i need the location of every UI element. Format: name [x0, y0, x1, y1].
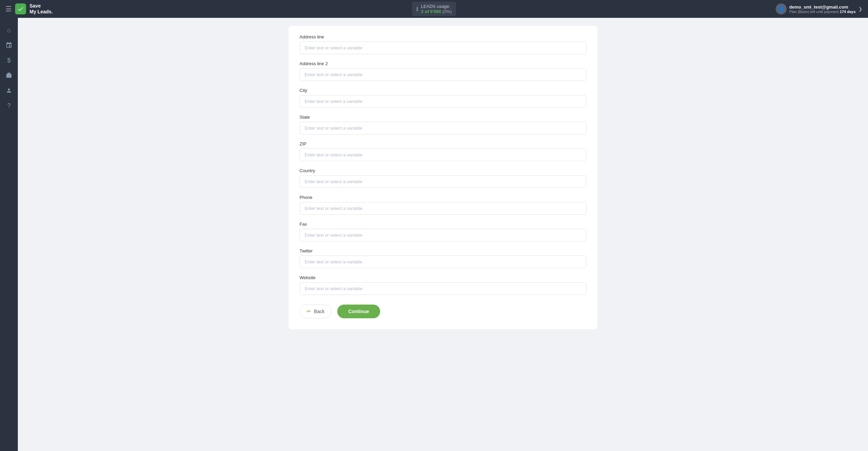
usage-pct: (0%) — [442, 9, 451, 14]
label-address-line: Address line — [300, 34, 586, 39]
input-country[interactable] — [300, 175, 586, 188]
field-website: Website — [300, 275, 586, 295]
input-twitter[interactable] — [300, 256, 586, 268]
user-plan: Plan |Basic| left until payment 174 days — [789, 10, 856, 14]
field-twitter: Twitter — [300, 248, 586, 268]
sidebar-item-briefcase[interactable] — [2, 69, 16, 82]
label-twitter: Twitter — [300, 248, 586, 253]
sidebar-item-profile[interactable] — [2, 84, 16, 97]
user-email: demo_sml_test@gmail.com — [789, 4, 856, 10]
pencil-icon: ✏ — [307, 308, 311, 314]
avatar: 👤 — [776, 3, 787, 14]
user-info: demo_sml_test@gmail.com Plan |Basic| lef… — [789, 4, 856, 14]
layout: ⌂ $ ? Address lineAddress line 2CityStat… — [0, 18, 868, 451]
form-container: Address lineAddress line 2CityStateZIPCo… — [289, 26, 597, 329]
sidebar-item-connections[interactable] — [2, 38, 16, 52]
field-address-line-2: Address line 2 — [300, 61, 586, 81]
topbar-right: 👤 demo_sml_test@gmail.com Plan |Basic| l… — [456, 3, 863, 14]
logo-text: Save My Leads. — [30, 3, 53, 15]
label-website: Website — [300, 275, 586, 280]
field-state: State — [300, 115, 586, 134]
topbar: ☰ Save My Leads. ℹ LEADS usage: 2 of 5'0… — [0, 0, 868, 18]
usage-count: 2 of 5'000 — [421, 9, 441, 14]
info-icon: ℹ — [416, 6, 418, 12]
label-city: City — [300, 88, 586, 93]
input-zip[interactable] — [300, 149, 586, 161]
field-city: City — [300, 88, 586, 108]
back-label: Back — [314, 309, 325, 314]
back-button[interactable]: ✏ Back — [300, 305, 332, 318]
field-country: Country — [300, 168, 586, 188]
logo-icon — [15, 3, 26, 14]
continue-button[interactable]: Continue — [337, 305, 380, 318]
field-phone: Phone — [300, 195, 586, 215]
label-state: State — [300, 115, 586, 120]
input-fax[interactable] — [300, 229, 586, 241]
input-phone[interactable] — [300, 202, 586, 215]
field-zip: ZIP — [300, 141, 586, 161]
input-city[interactable] — [300, 95, 586, 108]
topbar-center: ℹ LEADS usage: 2 of 5'000 (0%) — [412, 2, 456, 16]
usage-badge: ℹ LEADS usage: 2 of 5'000 (0%) — [412, 2, 456, 16]
label-zip: ZIP — [300, 141, 586, 146]
field-address-line: Address line — [300, 34, 586, 54]
sidebar: ⌂ $ ? — [0, 18, 18, 451]
usage-label: LEADS usage: — [421, 4, 450, 9]
form-fields: Address lineAddress line 2CityStateZIPCo… — [300, 34, 586, 295]
label-country: Country — [300, 168, 586, 173]
input-website[interactable] — [300, 282, 586, 295]
user-section[interactable]: 👤 demo_sml_test@gmail.com Plan |Basic| l… — [776, 3, 863, 14]
label-fax: Fax — [300, 222, 586, 227]
field-fax: Fax — [300, 222, 586, 241]
label-address-line-2: Address line 2 — [300, 61, 586, 66]
input-state[interactable] — [300, 122, 586, 134]
sidebar-item-help[interactable]: ? — [2, 99, 16, 112]
label-phone: Phone — [300, 195, 586, 200]
input-address-line-2[interactable] — [300, 68, 586, 81]
hamburger-menu[interactable]: ☰ — [5, 5, 12, 13]
form-actions: ✏ Back Continue — [300, 305, 586, 318]
chevron-down-icon[interactable]: ❯ — [858, 6, 863, 12]
input-address-line[interactable] — [300, 41, 586, 54]
topbar-left: ☰ Save My Leads. — [5, 3, 412, 15]
sidebar-item-billing[interactable]: $ — [2, 54, 16, 67]
main-content: Address lineAddress line 2CityStateZIPCo… — [18, 18, 868, 451]
usage-text: LEADS usage: 2 of 5'000 (0%) — [421, 4, 452, 14]
sidebar-item-home[interactable]: ⌂ — [2, 23, 16, 37]
